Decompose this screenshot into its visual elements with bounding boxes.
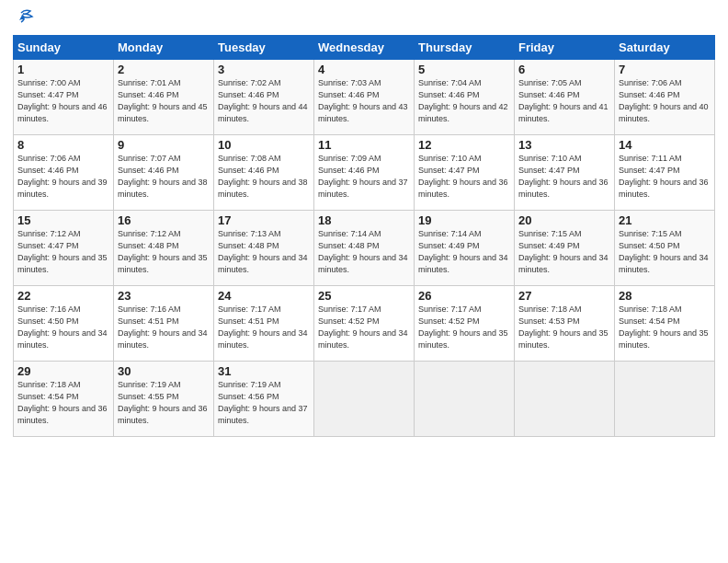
day-number: 23 xyxy=(118,289,210,303)
calendar-cell: 7Sunrise: 7:06 AMSunset: 4:46 PMDaylight… xyxy=(615,60,715,135)
calendar-row: 8Sunrise: 7:06 AMSunset: 4:46 PMDaylight… xyxy=(14,135,715,211)
day-info: Sunrise: 7:00 AMSunset: 4:47 PMDaylight:… xyxy=(17,77,109,125)
day-info: Sunrise: 7:07 AMSunset: 4:46 PMDaylight:… xyxy=(118,153,210,201)
calendar-row: 29Sunrise: 7:18 AMSunset: 4:54 PMDayligh… xyxy=(14,362,715,437)
day-info: Sunrise: 7:18 AMSunset: 4:54 PMDaylight:… xyxy=(619,304,711,351)
calendar-cell: 28Sunrise: 7:18 AMSunset: 4:54 PMDayligh… xyxy=(615,286,715,362)
day-number: 29 xyxy=(17,364,109,378)
calendar-cell: 1Sunrise: 7:00 AMSunset: 4:47 PMDaylight… xyxy=(14,60,114,135)
day-info: Sunrise: 7:09 AMSunset: 4:46 PMDaylight:… xyxy=(318,153,410,201)
day-info: Sunrise: 7:04 AMSunset: 4:46 PMDaylight:… xyxy=(418,77,510,125)
day-number: 16 xyxy=(118,213,210,227)
day-info: Sunrise: 7:01 AMSunset: 4:46 PMDaylight:… xyxy=(118,77,210,125)
col-header-sunday: Sunday xyxy=(14,36,114,60)
day-number: 5 xyxy=(418,63,510,76)
calendar-cell: 12Sunrise: 7:10 AMSunset: 4:47 PMDayligh… xyxy=(415,135,515,211)
calendar-header-row: SundayMondayTuesdayWednesdayThursdayFrid… xyxy=(14,36,715,60)
calendar-cell: 24Sunrise: 7:17 AMSunset: 4:51 PMDayligh… xyxy=(214,286,314,362)
day-number: 12 xyxy=(418,138,510,152)
day-info: Sunrise: 7:12 AMSunset: 4:48 PMDaylight:… xyxy=(118,228,210,276)
day-info: Sunrise: 7:17 AMSunset: 4:51 PMDaylight:… xyxy=(218,304,310,351)
day-number: 9 xyxy=(118,138,210,152)
day-number: 2 xyxy=(118,63,210,76)
day-info: Sunrise: 7:06 AMSunset: 4:46 PMDaylight:… xyxy=(17,153,109,201)
calendar-cell: 20Sunrise: 7:15 AMSunset: 4:49 PMDayligh… xyxy=(515,211,615,286)
day-number: 10 xyxy=(218,138,310,152)
calendar-cell: 26Sunrise: 7:17 AMSunset: 4:52 PMDayligh… xyxy=(415,286,515,362)
calendar-cell: 6Sunrise: 7:05 AMSunset: 4:46 PMDaylight… xyxy=(515,60,615,135)
day-info: Sunrise: 7:05 AMSunset: 4:46 PMDaylight:… xyxy=(518,77,610,125)
calendar-cell: 14Sunrise: 7:11 AMSunset: 4:47 PMDayligh… xyxy=(615,135,715,211)
day-number: 6 xyxy=(518,63,610,76)
calendar-row: 15Sunrise: 7:12 AMSunset: 4:47 PMDayligh… xyxy=(14,211,715,286)
calendar-cell: 16Sunrise: 7:12 AMSunset: 4:48 PMDayligh… xyxy=(114,211,214,286)
col-header-tuesday: Tuesday xyxy=(214,36,314,60)
day-number: 20 xyxy=(518,213,610,227)
calendar-row: 22Sunrise: 7:16 AMSunset: 4:50 PMDayligh… xyxy=(14,286,715,362)
day-number: 15 xyxy=(17,213,109,227)
day-number: 26 xyxy=(418,289,510,303)
calendar-cell: 3Sunrise: 7:02 AMSunset: 4:46 PMDaylight… xyxy=(214,60,314,135)
day-number: 24 xyxy=(218,289,310,303)
day-info: Sunrise: 7:16 AMSunset: 4:50 PMDaylight:… xyxy=(17,304,109,351)
day-number: 19 xyxy=(418,213,510,227)
day-number: 11 xyxy=(318,138,410,152)
day-number: 18 xyxy=(318,213,410,227)
day-info: Sunrise: 7:12 AMSunset: 4:47 PMDaylight:… xyxy=(17,228,109,276)
logo xyxy=(13,9,35,28)
day-number: 22 xyxy=(17,289,109,303)
logo-bird-icon xyxy=(14,9,34,28)
calendar-cell xyxy=(615,362,715,437)
day-info: Sunrise: 7:16 AMSunset: 4:51 PMDaylight:… xyxy=(118,304,210,351)
day-number: 1 xyxy=(17,63,109,76)
calendar-row: 1Sunrise: 7:00 AMSunset: 4:47 PMDaylight… xyxy=(14,60,715,135)
day-info: Sunrise: 7:08 AMSunset: 4:46 PMDaylight:… xyxy=(218,153,310,201)
calendar-cell: 19Sunrise: 7:14 AMSunset: 4:49 PMDayligh… xyxy=(415,211,515,286)
day-info: Sunrise: 7:10 AMSunset: 4:47 PMDaylight:… xyxy=(418,153,510,201)
calendar-cell: 5Sunrise: 7:04 AMSunset: 4:46 PMDaylight… xyxy=(415,60,515,135)
day-number: 4 xyxy=(318,63,410,76)
col-header-friday: Friday xyxy=(515,36,615,60)
day-number: 8 xyxy=(17,138,109,152)
day-info: Sunrise: 7:03 AMSunset: 4:46 PMDaylight:… xyxy=(318,77,410,125)
calendar-cell: 22Sunrise: 7:16 AMSunset: 4:50 PMDayligh… xyxy=(14,286,114,362)
day-number: 27 xyxy=(518,289,610,303)
calendar-cell xyxy=(415,362,515,437)
calendar-cell: 25Sunrise: 7:17 AMSunset: 4:52 PMDayligh… xyxy=(314,286,415,362)
calendar-cell: 11Sunrise: 7:09 AMSunset: 4:46 PMDayligh… xyxy=(314,135,415,211)
day-info: Sunrise: 7:06 AMSunset: 4:46 PMDaylight:… xyxy=(619,77,711,125)
day-number: 3 xyxy=(218,63,310,76)
calendar-cell: 17Sunrise: 7:13 AMSunset: 4:48 PMDayligh… xyxy=(214,211,314,286)
day-number: 28 xyxy=(619,289,711,303)
day-info: Sunrise: 7:18 AMSunset: 4:53 PMDaylight:… xyxy=(518,304,610,351)
day-info: Sunrise: 7:15 AMSunset: 4:49 PMDaylight:… xyxy=(518,228,610,276)
calendar-cell: 30Sunrise: 7:19 AMSunset: 4:55 PMDayligh… xyxy=(114,362,214,437)
calendar-cell: 29Sunrise: 7:18 AMSunset: 4:54 PMDayligh… xyxy=(14,362,114,437)
day-number: 17 xyxy=(218,213,310,227)
calendar-cell: 13Sunrise: 7:10 AMSunset: 4:47 PMDayligh… xyxy=(515,135,615,211)
day-number: 21 xyxy=(619,213,711,227)
day-info: Sunrise: 7:19 AMSunset: 4:55 PMDaylight:… xyxy=(118,379,210,427)
day-number: 13 xyxy=(518,138,610,152)
calendar-cell: 4Sunrise: 7:03 AMSunset: 4:46 PMDaylight… xyxy=(314,60,415,135)
calendar-cell: 21Sunrise: 7:15 AMSunset: 4:50 PMDayligh… xyxy=(615,211,715,286)
day-number: 14 xyxy=(619,138,711,152)
calendar-cell: 10Sunrise: 7:08 AMSunset: 4:46 PMDayligh… xyxy=(214,135,314,211)
calendar-cell: 27Sunrise: 7:18 AMSunset: 4:53 PMDayligh… xyxy=(515,286,615,362)
day-info: Sunrise: 7:18 AMSunset: 4:54 PMDaylight:… xyxy=(17,379,109,427)
day-info: Sunrise: 7:14 AMSunset: 4:49 PMDaylight:… xyxy=(418,228,510,276)
col-header-saturday: Saturday xyxy=(615,36,715,60)
day-number: 30 xyxy=(118,364,210,378)
calendar-table: SundayMondayTuesdayWednesdayThursdayFrid… xyxy=(13,35,715,437)
day-info: Sunrise: 7:17 AMSunset: 4:52 PMDaylight:… xyxy=(318,304,410,351)
day-info: Sunrise: 7:14 AMSunset: 4:48 PMDaylight:… xyxy=(318,228,410,276)
day-number: 7 xyxy=(619,63,711,76)
calendar-cell: 31Sunrise: 7:19 AMSunset: 4:56 PMDayligh… xyxy=(214,362,314,437)
calendar-cell: 8Sunrise: 7:06 AMSunset: 4:46 PMDaylight… xyxy=(14,135,114,211)
col-header-thursday: Thursday xyxy=(415,36,515,60)
page-container: SundayMondayTuesdayWednesdayThursdayFrid… xyxy=(0,0,728,442)
day-info: Sunrise: 7:15 AMSunset: 4:50 PMDaylight:… xyxy=(619,228,711,276)
day-info: Sunrise: 7:13 AMSunset: 4:48 PMDaylight:… xyxy=(218,228,310,276)
day-number: 31 xyxy=(218,364,310,378)
day-info: Sunrise: 7:11 AMSunset: 4:47 PMDaylight:… xyxy=(619,153,711,201)
